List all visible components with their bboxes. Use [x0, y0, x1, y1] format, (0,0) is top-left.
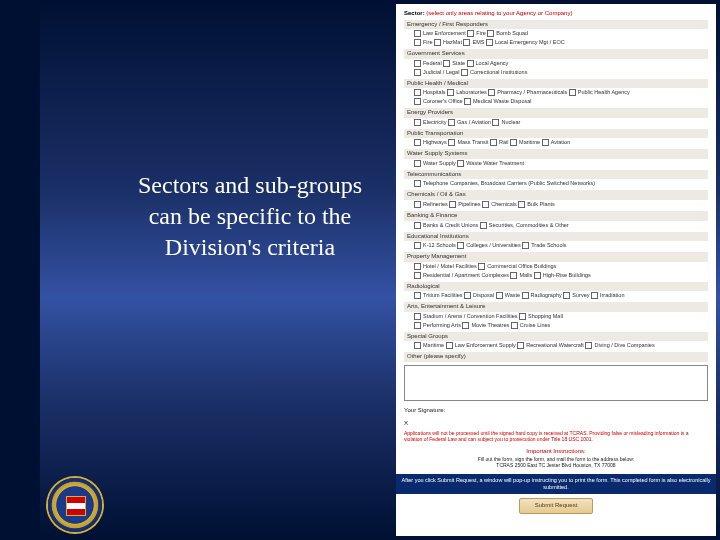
- checkbox[interactable]: [563, 292, 570, 299]
- checkbox[interactable]: [447, 89, 454, 96]
- checkbox[interactable]: [414, 180, 421, 187]
- checkbox[interactable]: [464, 98, 471, 105]
- checkbox[interactable]: [492, 119, 499, 126]
- checkbox-label: K-12 Schools: [423, 242, 457, 248]
- checkbox[interactable]: [414, 222, 421, 229]
- checkbox[interactable]: [457, 242, 464, 249]
- checkbox-label: Water Supply: [423, 160, 457, 166]
- checkbox[interactable]: [488, 89, 495, 96]
- checkbox-label: Medical Waste Disposal: [473, 98, 531, 104]
- checkbox-label: Telephone Companies, Broadcast Carriers …: [423, 180, 595, 186]
- checkbox-row: Telephone Companies, Broadcast Carriers …: [404, 179, 708, 188]
- checkbox[interactable]: [467, 30, 474, 37]
- checkbox-row: Stadium / Arena / Convention Facilities …: [404, 312, 708, 321]
- checkbox[interactable]: [414, 139, 421, 146]
- checkbox[interactable]: [414, 98, 421, 105]
- checkbox[interactable]: [446, 342, 453, 349]
- checkbox-label: Correctional Institutions: [470, 69, 527, 75]
- checkbox[interactable]: [414, 160, 421, 167]
- checkbox[interactable]: [510, 272, 517, 279]
- submit-button[interactable]: Submit Request: [519, 498, 593, 514]
- category-header: Other (please specify): [404, 352, 708, 362]
- checkbox[interactable]: [414, 242, 421, 249]
- checkbox[interactable]: [478, 263, 485, 270]
- checkbox[interactable]: [534, 272, 541, 279]
- checkbox-label: Bulk Plants: [527, 201, 555, 207]
- checkbox[interactable]: [448, 119, 455, 126]
- checkbox-label: Coroner's Office: [423, 98, 464, 104]
- checkbox-label: Laboratories: [456, 89, 488, 95]
- checkbox[interactable]: [414, 313, 421, 320]
- checkbox-label: Commercial Office Buildings: [487, 263, 556, 269]
- checkbox[interactable]: [462, 322, 469, 329]
- checkbox[interactable]: [457, 160, 464, 167]
- checkbox[interactable]: [591, 292, 598, 299]
- checkbox-row: Banks & Credit Unions Securities, Commod…: [404, 221, 708, 230]
- checkbox[interactable]: [487, 30, 494, 37]
- checkbox[interactable]: [482, 201, 489, 208]
- checkbox[interactable]: [518, 201, 525, 208]
- checkbox[interactable]: [522, 292, 529, 299]
- checkbox-label: Fire: [476, 30, 487, 36]
- checkbox[interactable]: [496, 292, 503, 299]
- caption-text: Sectors and sub-groups can be specific t…: [120, 170, 380, 264]
- category-header: Banking & Finance: [404, 211, 708, 221]
- sector-label: Sector:: [404, 10, 425, 16]
- checkbox-label: Performing Arts: [423, 322, 462, 328]
- checkbox[interactable]: [585, 342, 592, 349]
- checkbox-label: Hospitals: [423, 89, 447, 95]
- checkbox-row: Electricity Gas / Aviation Nuclear: [404, 118, 708, 127]
- checkbox-label: Disposal: [473, 292, 496, 298]
- checkbox-row: Law Enforcement Fire Bomb Squad: [404, 29, 708, 38]
- checkbox[interactable]: [490, 139, 497, 146]
- checkbox[interactable]: [414, 119, 421, 126]
- category-header: Special Groups: [404, 332, 708, 342]
- checkbox[interactable]: [517, 342, 524, 349]
- checkbox[interactable]: [414, 292, 421, 299]
- checkbox[interactable]: [414, 39, 421, 46]
- checkbox[interactable]: [461, 69, 468, 76]
- checkbox[interactable]: [414, 263, 421, 270]
- checkbox[interactable]: [414, 30, 421, 37]
- checkbox[interactable]: [522, 242, 529, 249]
- category-header: Chemicals / Oil & Gas: [404, 190, 708, 200]
- checkbox-label: Refineries: [423, 201, 449, 207]
- checkbox[interactable]: [414, 69, 421, 76]
- checkbox-row: Residential / Apartment Complexes Malls …: [404, 271, 708, 280]
- checkbox[interactable]: [480, 222, 487, 229]
- checkbox-label: Highways: [423, 139, 448, 145]
- checkbox-row: Maritime Law Enforcement Supply Recreati…: [404, 341, 708, 350]
- other-textarea[interactable]: [404, 365, 708, 401]
- checkbox-label: Judicial / Legal: [423, 69, 461, 75]
- checkbox[interactable]: [486, 39, 493, 46]
- checkbox-label: Residential / Apartment Complexes: [423, 272, 510, 278]
- checkbox-label: Pharmacy / Pharmaceuticals: [497, 89, 569, 95]
- checkbox[interactable]: [414, 342, 421, 349]
- checkbox[interactable]: [542, 139, 549, 146]
- category-header: Telecommunications: [404, 170, 708, 180]
- checkbox[interactable]: [463, 39, 470, 46]
- checkbox[interactable]: [467, 60, 474, 67]
- checkbox[interactable]: [434, 39, 441, 46]
- checkbox[interactable]: [443, 60, 450, 67]
- checkbox[interactable]: [510, 139, 517, 146]
- checkbox[interactable]: [414, 272, 421, 279]
- sector-hint: (select only areas relating to your Agen…: [426, 10, 572, 16]
- checkbox-label: Tritium Facilities: [423, 292, 464, 298]
- checkbox[interactable]: [414, 89, 421, 96]
- instructions-address: TCRAS 2500 East TC Jester Blvd Houston, …: [404, 462, 708, 468]
- checkbox-label: Cruise Lines: [520, 322, 551, 328]
- checkbox[interactable]: [414, 322, 421, 329]
- category-header: Energy Providers: [404, 108, 708, 118]
- checkbox[interactable]: [464, 292, 471, 299]
- checkbox[interactable]: [511, 322, 518, 329]
- checkbox[interactable]: [449, 201, 456, 208]
- checkbox[interactable]: [569, 89, 576, 96]
- checkbox-label: Local Emergency Mgt / EOC: [495, 39, 565, 45]
- checkbox[interactable]: [414, 201, 421, 208]
- checkbox-label: Federal: [423, 60, 443, 66]
- checkbox[interactable]: [448, 139, 455, 146]
- checkbox[interactable]: [414, 60, 421, 67]
- checkbox[interactable]: [519, 313, 526, 320]
- checkbox-label: Chemicals: [491, 201, 518, 207]
